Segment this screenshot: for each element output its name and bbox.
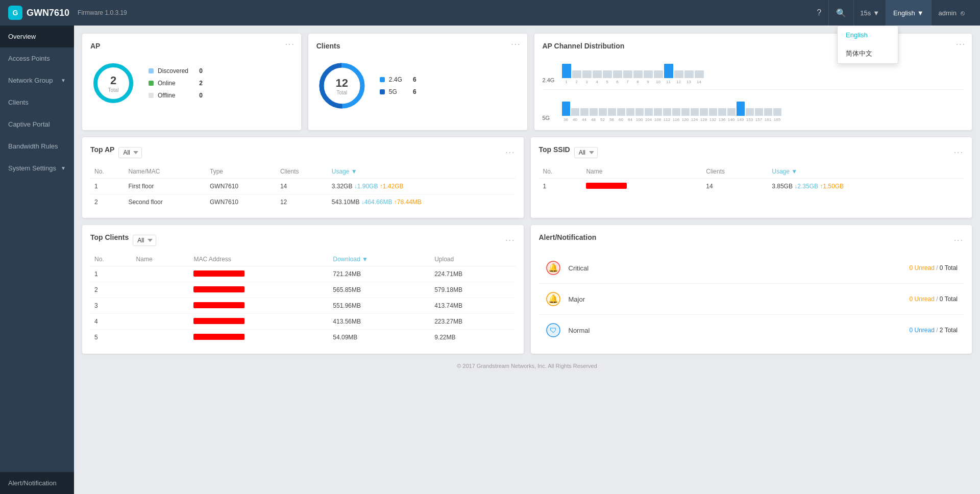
col-download[interactable]: Download ▼ [329,253,430,266]
ap-legend: Discovered 0 Online 2 Offline 0 [149,67,203,99]
clients-card-menu[interactable]: ··· [511,40,521,49]
row3-grid: Top Clients All ··· No. Name MAC Address… [82,225,972,354]
col-usage[interactable]: Usage ▼ [328,165,516,179]
ssid-no: 1 [539,179,582,194]
sidebar: Overview Access Points Network Group ▼ C… [0,26,74,494]
major-label: Major [569,295,902,303]
alert-critical: 🔔 Critical 0 Unread / 0 Total [539,253,964,284]
top-ap-menu[interactable]: ··· [505,148,515,157]
ap-donut-center: 2 Total [108,74,118,93]
client-name [132,266,190,282]
top-clients-card: Top Clients All ··· No. Name MAC Address… [82,225,524,354]
sort-usage-icon[interactable]: Usage ▼ [332,168,357,175]
table-row: 1 721.24MB 224.71MB [90,266,516,282]
top-ap-filter[interactable]: All [118,147,142,158]
bar-5g-40: 40 [571,108,579,122]
bar-ch5: 5 [603,70,612,84]
lang-option-chinese[interactable]: 简体中文 [838,44,898,63]
mac-redacted [193,302,244,308]
header: G GWN7610 Firmware 1.0.3.19 ? 🔍 15s ▼ En… [0,0,980,26]
channel-card-menu[interactable]: ··· [956,40,966,49]
top-ap-header: Top AP All ··· [90,145,516,160]
sidebar-item-clients[interactable]: Clients [0,91,74,113]
search-button[interactable]: 🔍 [829,0,854,26]
lang-option-english[interactable]: English [838,26,898,44]
language-dropdown: English 简体中文 [837,26,898,64]
sidebar-item-label: Captive Portal [8,120,50,128]
help-button[interactable]: ? [810,0,829,26]
sidebar-item-bandwidth-rules[interactable]: Bandwidth Rules [0,135,74,157]
critical-count: 0 Unread / 0 Total [909,264,958,271]
top-ap-card: Top AP All ··· No. Name/MAC Type Clients… [82,137,524,218]
bar-5g-108: 108 [654,108,662,122]
bar-ch12: 12 [674,70,683,84]
client-mac [189,266,329,282]
interval-selector[interactable]: 15s ▼ [854,0,886,26]
table-row: 2 Second floor GWN7610 12 543.10MB ↓464.… [90,194,516,210]
bar-5g-128: 128 [700,108,708,122]
bar-ch14: 14 [695,70,704,84]
count-sep: / [936,295,940,303]
normal-icon: 🛡 [545,322,561,338]
sidebar-item-alert[interactable]: Alert/Notification [0,472,74,494]
sidebar-item-network-group[interactable]: Network Group ▼ [0,69,74,91]
sidebar-item-label: Access Points [8,55,50,62]
count-sep: / [936,264,940,271]
ssid-name [582,179,702,194]
user-menu[interactable]: admin ⎋ [932,0,972,26]
sidebar-item-overview[interactable]: Overview [0,26,74,47]
sort-usage-icon[interactable]: Usage ▼ [772,168,797,175]
channel-24g-bars: 1 2 3 4 5 6 7 8 9 10 11 12 13 14 [562,56,704,84]
col-name: Name [582,165,702,179]
sidebar-item-access-points[interactable]: Access Points [0,47,74,69]
row2-grid: Top AP All ··· No. Name/MAC Type Clients… [82,137,972,218]
band-5g-label: 5G [543,115,562,122]
col-usage[interactable]: Usage ▼ [768,165,964,179]
clients-donut: 12 Total [316,60,368,111]
language-selector[interactable]: English ▼ [886,0,932,26]
bar-5g-52: 52 [599,108,607,122]
top-ssid-title: Top SSID [539,145,570,154]
online-label: Online [158,80,176,87]
ap-name: First floor [124,179,206,194]
arrow-icon: ▼ [61,165,66,171]
bar-5g-56: 56 [608,108,616,122]
top-clients-table: No. Name MAC Address Download ▼ Upload 1… [90,253,516,345]
table-row: 4 413.56MB 223.27MB [90,314,516,330]
col-upload: Upload [430,253,515,266]
top-ssid-menu[interactable]: ··· [954,148,964,157]
col-type: Type [206,165,276,179]
bar-5g-124: 124 [691,108,699,122]
top-ssid-filter[interactable]: All [574,147,598,158]
sidebar-item-captive-portal[interactable]: Captive Portal [0,113,74,135]
up-arrow: ↑1.50GB [820,183,844,190]
interval-arrow: ▼ [873,9,879,17]
top-clients-menu[interactable]: ··· [505,236,515,245]
top-clients-filter[interactable]: All [133,235,156,246]
ssid-clients: 14 [702,179,768,194]
firmware-version: Firmware 1.0.3.19 [78,9,127,16]
logout-icon[interactable]: ⎋ [961,9,965,17]
ap-card-menu[interactable]: ··· [285,40,295,49]
band24-label: 2.4G [389,76,402,83]
bar-5g-149: 149 [737,102,745,122]
language-value: English [893,9,915,17]
up-arrow: ↑1.42GB [380,183,404,190]
sidebar-item-label: Network Group [8,77,53,84]
offline-label: Offline [158,92,175,99]
top-clients-header: Top Clients All ··· [90,233,516,248]
ap-legend-discovered: Discovered 0 [149,67,203,75]
interval-value: 15s [860,9,871,17]
sidebar-item-system-settings[interactable]: System Settings ▼ [0,157,74,179]
sort-download-icon[interactable]: Download ▼ [333,256,368,263]
clients-total: 12 [336,77,348,90]
client-no: 2 [90,282,132,298]
footer-text: © 2017 Grandstream Networks, Inc. All Ri… [457,363,597,369]
col-name: Name [132,253,190,266]
ap-type: GWN7610 [206,179,276,194]
bar-ch11: 11 [664,64,673,84]
alert-menu[interactable]: ··· [954,236,964,245]
ap-content: 2 Total Discovered 0 Online 2 [90,56,293,110]
client-name [132,298,190,314]
col-no: No. [539,165,582,179]
